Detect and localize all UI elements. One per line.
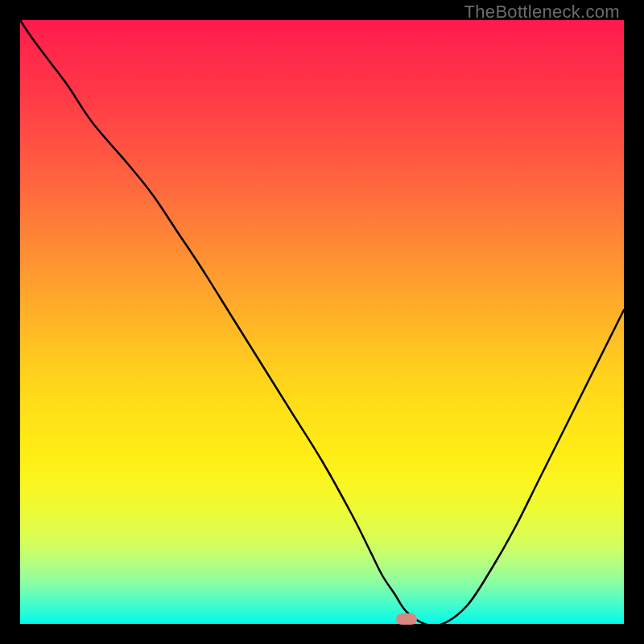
bottleneck-curve	[20, 20, 624, 624]
optimal-point-marker	[396, 613, 417, 625]
chart-frame	[20, 20, 624, 624]
